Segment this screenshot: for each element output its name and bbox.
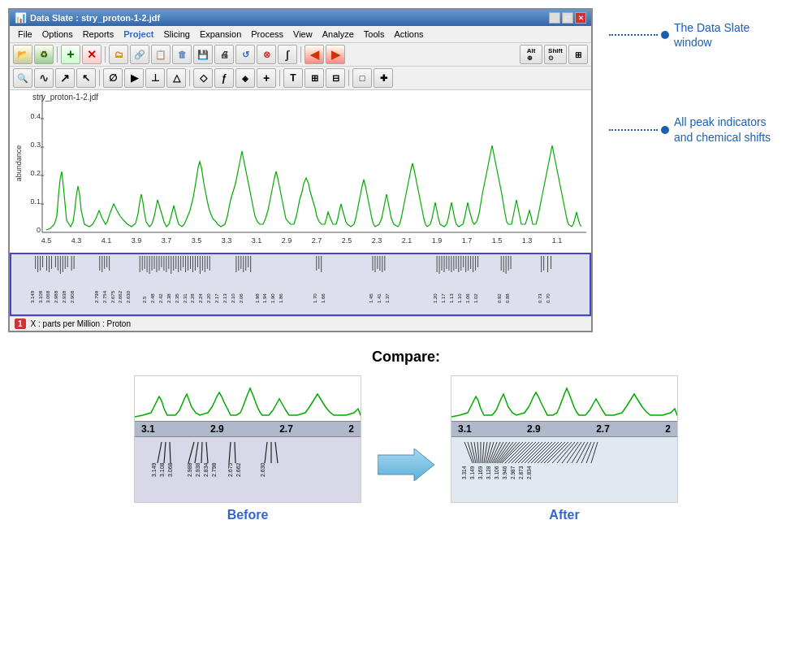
trash-button[interactable]: 🗑	[172, 45, 192, 64]
annotation-text-2: All peak indicatorsand chemical shifts	[674, 115, 771, 144]
svg-text:2.988: 2.988	[54, 290, 58, 303]
svg-text:2.662: 2.662	[235, 462, 241, 477]
after-spectrum-svg	[451, 376, 677, 421]
svg-text:2.938: 2.938	[195, 462, 201, 477]
grid-minus-button[interactable]: ⊟	[326, 68, 345, 88]
before-ruler-labels: 3.1 2.9 2.7 2	[141, 423, 354, 435]
top-section: 📊 Data Slate : stry_proton-1-2.jdf _ □ ✕…	[8, 8, 804, 332]
delete-button[interactable]: ✕	[82, 45, 102, 64]
main-container: 📊 Data Slate : stry_proton-1-2.jdf _ □ ✕…	[0, 0, 812, 650]
integral-button[interactable]: ∫	[278, 45, 297, 64]
menubar: File Options Reports Project Slicing Exp…	[10, 26, 591, 43]
data-slate-window: 📊 Data Slate : stry_proton-1-2.jdf _ □ ✕…	[8, 8, 593, 332]
menu-actions[interactable]: Actions	[390, 28, 429, 41]
shift-button[interactable]: Shift⊙	[544, 45, 567, 64]
svg-text:3.9: 3.9	[132, 236, 142, 245]
perp-button[interactable]: ⊥	[145, 68, 165, 88]
cursor-button[interactable]: ↖	[76, 68, 96, 88]
svg-text:2.675: 2.675	[110, 290, 115, 303]
before-spectrum-panel: 3.1 2.9 2.7 2	[134, 375, 361, 503]
svg-text:1.10: 1.10	[457, 293, 462, 303]
extra-button[interactable]: ⊞	[568, 45, 588, 64]
tri-button[interactable]: △	[166, 68, 186, 88]
svg-text:3.5: 3.5	[192, 236, 202, 245]
menu-project[interactable]: Project	[119, 28, 158, 41]
svg-text:4.1: 4.1	[102, 236, 112, 245]
svg-text:2.987: 2.987	[510, 466, 516, 479]
svg-text:3.108: 3.108	[159, 462, 165, 477]
square-button[interactable]: □	[352, 68, 372, 88]
before-ruler: 3.1 2.9 2.7 2	[135, 421, 361, 437]
save-button[interactable]: 💾	[193, 45, 213, 64]
svg-rect-166	[135, 376, 361, 421]
cross-button[interactable]: ✚	[374, 68, 393, 88]
stop-button[interactable]: ⊗	[257, 45, 276, 64]
sep5	[189, 70, 190, 86]
svg-text:0.88: 0.88	[505, 293, 510, 303]
svg-text:2.06: 2.06	[239, 293, 244, 303]
menu-expansion[interactable]: Expansion	[195, 28, 246, 41]
dot-1	[661, 31, 669, 39]
arrow-svg	[378, 447, 434, 483]
menu-tools[interactable]: Tools	[359, 28, 390, 41]
svg-rect-167	[141, 440, 356, 499]
refresh-button[interactable]: ↺	[235, 45, 255, 64]
dotted-line-1	[609, 34, 658, 36]
svg-text:2.48: 2.48	[150, 293, 155, 303]
menu-process[interactable]: Process	[246, 28, 288, 41]
menu-reports[interactable]: Reports	[78, 28, 119, 41]
open-button[interactable]: 📂	[13, 45, 32, 64]
svg-text:2.630: 2.630	[260, 462, 266, 477]
svg-text:1.37: 1.37	[385, 293, 390, 303]
annotation-panel: The Data Slatewindow All peak indicators…	[609, 8, 771, 145]
plus-button[interactable]: +	[257, 68, 276, 88]
copy-button[interactable]: 📋	[151, 45, 171, 64]
close-button[interactable]: ✕	[575, 12, 586, 24]
after-spectrum	[451, 376, 677, 421]
svg-text:3.3: 3.3	[222, 236, 232, 245]
minimize-button[interactable]: _	[549, 12, 560, 24]
arrow-container	[378, 447, 434, 483]
diamond-dot-button[interactable]: ◈	[235, 68, 255, 88]
menu-options[interactable]: Options	[37, 28, 78, 41]
svg-text:2.35: 2.35	[175, 293, 179, 303]
y-axis-label: abundance	[15, 145, 23, 182]
menu-analyze[interactable]: Analyze	[317, 28, 359, 41]
chart-area: stry_proton-1-2.jdf abundance 0 0.1 0.2 …	[10, 90, 591, 253]
svg-text:2.630: 2.630	[126, 290, 131, 303]
link-button[interactable]: 🔗	[130, 45, 149, 64]
svg-text:2.38: 2.38	[166, 293, 171, 303]
menu-file[interactable]: File	[13, 28, 37, 41]
menu-view[interactable]: View	[288, 28, 317, 41]
svg-text:0.4: 0.4	[30, 112, 41, 120]
maximize-button[interactable]: □	[562, 12, 573, 24]
func-button[interactable]: ƒ	[214, 68, 234, 88]
svg-text:2.13: 2.13	[222, 293, 227, 303]
arrow-up-right[interactable]: ↗	[55, 68, 75, 88]
diamond-button[interactable]: ◇	[193, 68, 213, 88]
alt-button[interactable]: Alt⊕	[520, 45, 542, 64]
svg-text:2.1: 2.1	[402, 236, 412, 245]
ruler-label-27: 2.7	[279, 423, 293, 435]
svg-text:2.662: 2.662	[118, 290, 123, 303]
svg-text:0.73: 0.73	[538, 293, 542, 303]
print-button[interactable]: 🖨	[214, 45, 234, 64]
after-ruler-label-29: 2.9	[527, 423, 541, 435]
back-button[interactable]: ◀	[304, 45, 324, 64]
null-button[interactable]: ∅	[103, 68, 123, 88]
sep1	[57, 46, 58, 63]
forward-button[interactable]: ▶	[326, 45, 345, 64]
play-button[interactable]: ▶	[124, 68, 144, 88]
menu-slicing[interactable]: Slicing	[158, 28, 194, 41]
recycle-button[interactable]: ♻	[34, 45, 54, 64]
annotation-text-1: The Data Slatewindow	[674, 20, 749, 50]
svg-text:1.13: 1.13	[449, 293, 454, 303]
compare-section: Compare: 3.1 2.9	[8, 349, 804, 522]
wave-button[interactable]: ∿	[34, 68, 54, 88]
zoom-button[interactable]: 🔍	[13, 68, 32, 88]
svg-text:3.149: 3.149	[151, 462, 157, 477]
grid-plus-button[interactable]: ⊞	[304, 68, 324, 88]
folder-button[interactable]: 🗂	[109, 45, 128, 64]
add-button[interactable]: +	[61, 45, 80, 64]
text-button[interactable]: T	[283, 68, 303, 88]
